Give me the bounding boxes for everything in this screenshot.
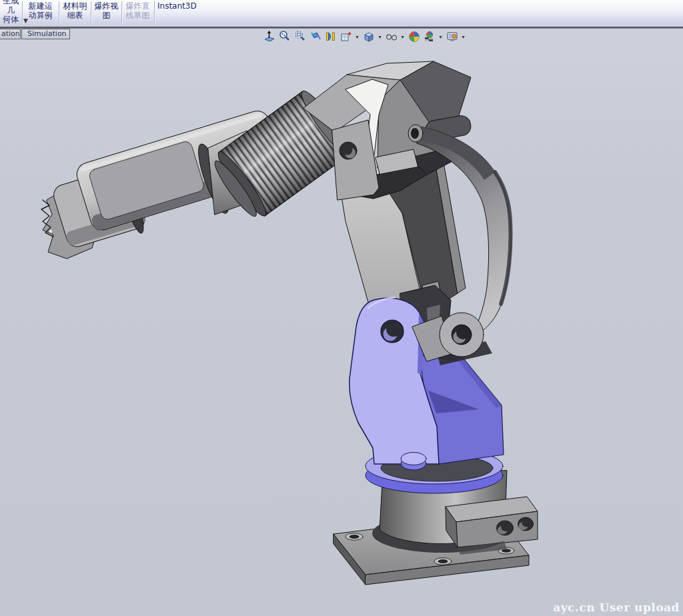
dropdown-arrow-icon[interactable]: ▾ — [377, 34, 383, 40]
toolbar-separator — [154, 1, 155, 24]
display-style-icon[interactable] — [362, 30, 376, 44]
base-bolt-hole — [434, 558, 452, 565]
bill-of-materials-button[interactable]: 材料明 细表 — [60, 0, 90, 25]
pin-eye — [408, 125, 423, 142]
previous-view-icon[interactable] — [308, 30, 322, 44]
shoulder-pivot-hole — [381, 320, 404, 343]
dropdown-arrow-icon[interactable]: ▾ — [354, 34, 360, 40]
view-settings-icon[interactable] — [445, 30, 459, 44]
base-bolt-hole — [346, 533, 363, 540]
base-assembly[interactable] — [333, 448, 538, 585]
toolbar-separator — [22, 1, 23, 24]
watermark-text: ayc.cn User upload — [553, 601, 680, 614]
dropdown-arrow-icon[interactable]: ▼ — [23, 18, 28, 24]
solidworks-window: 生成几 何体 新建运 动算例 材料明 细表 爆炸视 图 爆炸直 线草图 Inst… — [0, 0, 683, 616]
exploded-view-button[interactable]: 爆炸视 图 — [92, 0, 121, 25]
lobe-hole — [452, 325, 472, 345]
view-orientation-icon[interactable] — [339, 30, 353, 44]
dropdown-arrow-icon[interactable]: ▾ — [438, 34, 444, 40]
toolbar-separator — [59, 1, 59, 24]
toolbar-separator — [121, 1, 122, 24]
dropdown-arrow-icon[interactable]: ▾ — [400, 34, 406, 40]
bracket-hole — [518, 517, 534, 531]
edit-appearance-icon[interactable] — [407, 30, 421, 44]
tab-animation[interactable]: ation — [0, 29, 21, 39]
zoom-to-area-icon[interactable] — [293, 30, 307, 44]
hide-show-items-icon[interactable] — [384, 30, 398, 44]
tab-simulation[interactable]: Simulation — [21, 29, 70, 39]
side-bracket[interactable] — [446, 497, 538, 555]
heads-up-view-toolbar: ▾ ▾ ▾ ▾ — [262, 29, 466, 44]
viewport-3d-model[interactable] — [0, 0, 683, 616]
explode-line-sketch-button[interactable]: 爆炸直 线草图 — [123, 0, 153, 25]
instant3d-button[interactable]: Instant3D — [157, 0, 204, 25]
bracket-hole — [497, 521, 514, 535]
toolbar-divider — [0, 27, 683, 29]
dropdown-arrow-icon[interactable]: ▾ — [460, 34, 466, 40]
collar-boss[interactable] — [401, 453, 426, 471]
forearm-assembly[interactable] — [41, 87, 356, 259]
apply-scene-icon[interactable] — [422, 30, 436, 44]
section-view-icon[interactable] — [323, 30, 337, 44]
zoom-in-out-icon[interactable] — [277, 30, 291, 44]
zoom-to-fit-icon[interactable] — [262, 30, 276, 44]
command-manager-toolbar: 生成几 何体 新建运 动算例 材料明 细表 爆炸视 图 爆炸直 线草图 Inst… — [0, 0, 683, 27]
toolbar-separator — [91, 1, 91, 24]
generate-geometry-button[interactable]: 生成几 何体 — [0, 0, 21, 25]
